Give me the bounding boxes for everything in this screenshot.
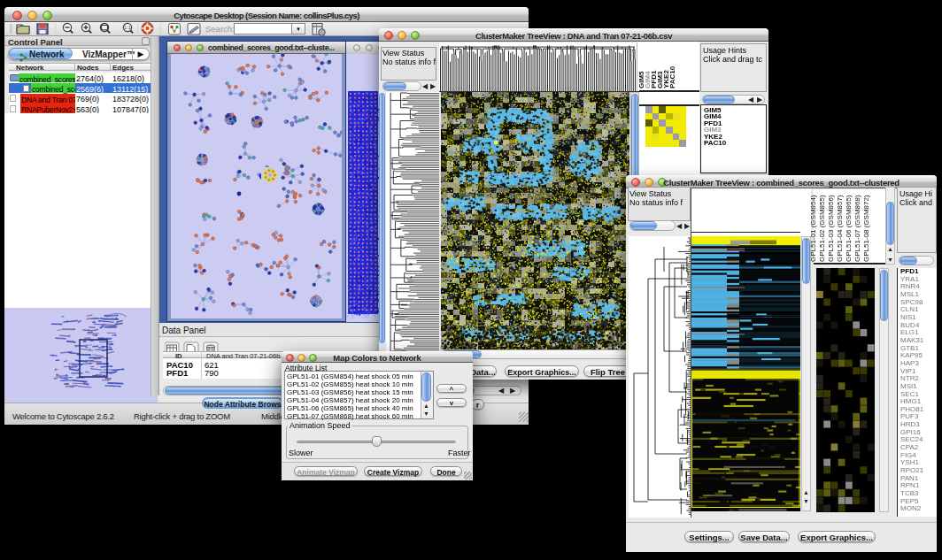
svg-text:1:1: 1:1 <box>124 25 131 30</box>
